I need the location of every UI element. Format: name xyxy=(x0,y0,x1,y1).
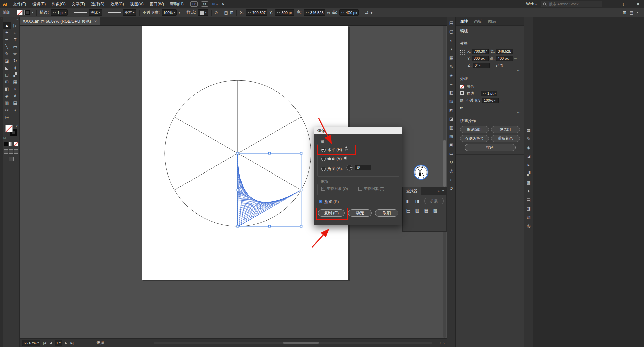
angle-dial-icon[interactable] xyxy=(346,164,353,172)
pencil-tool[interactable]: ✏ xyxy=(11,50,19,57)
free-transform-tool[interactable]: ◻ xyxy=(3,71,11,78)
transform-patterns-checkbox[interactable] xyxy=(358,187,362,191)
tab-properties[interactable]: 属性 xyxy=(460,19,468,24)
shape-mode-icon[interactable]: ◧ xyxy=(405,198,412,204)
scale-tool[interactable]: ◣ xyxy=(3,64,11,71)
dock-panel-icon[interactable]: ▞ xyxy=(527,171,530,176)
brush-dropdown[interactable]: 基本▾ xyxy=(123,9,136,16)
document-layout-icon[interactable]: ▤ xyxy=(630,10,633,15)
dock-panel-icon[interactable]: ▦ xyxy=(449,56,453,60)
minimize-button[interactable]: ─ xyxy=(606,0,616,8)
panel-menu-icon[interactable]: ≡ xyxy=(442,189,444,193)
stock-badge[interactable]: St xyxy=(201,1,208,7)
width-profile-dropdown[interactable]: 等比▾ xyxy=(89,9,102,16)
close-button[interactable]: ✕ xyxy=(633,0,643,8)
stroke-color-swatch[interactable] xyxy=(25,10,30,15)
swatch-chevron-icon[interactable]: ▾ xyxy=(32,11,33,14)
pathfinder-icon[interactable]: ▦ xyxy=(423,207,430,213)
pathfinder-icon[interactable]: ▧ xyxy=(432,207,439,213)
gradient-button[interactable] xyxy=(9,142,13,146)
selection-handle[interactable] xyxy=(300,225,302,227)
dock-panel-icon[interactable]: ◑ xyxy=(450,47,453,52)
style-dropdown[interactable]: ▾ xyxy=(198,9,208,16)
angle-radio[interactable] xyxy=(321,167,326,171)
maximize-button[interactable]: ▢ xyxy=(620,0,629,8)
shear-icon[interactable]: ⇄ xyxy=(365,10,368,15)
line-segment-tool[interactable]: ╲ xyxy=(3,43,11,50)
artboard-tool[interactable]: ▤ xyxy=(11,99,19,107)
dock-panel-icon[interactable]: ▢ xyxy=(449,29,453,34)
lasso-tool[interactable]: ◌ xyxy=(11,29,19,36)
dock-panel-icon[interactable]: ✎ xyxy=(527,137,531,141)
distribute-icon[interactable]: ⊞ xyxy=(230,10,233,15)
x-field[interactable]: 700.307 xyxy=(472,49,489,54)
dock-panel-icon[interactable]: ✦ xyxy=(527,189,531,194)
pathfinder-icon[interactable]: ▤ xyxy=(405,207,412,213)
vertical-scrollbar[interactable] xyxy=(443,26,446,338)
first-artboard-icon[interactable]: |◀ xyxy=(42,341,47,345)
layout-chevron-icon[interactable]: ▾ xyxy=(637,11,638,14)
width-field[interactable]: ▲▼346.528 xyxy=(304,9,325,16)
recolor-artwork-icon[interactable]: ⊙ xyxy=(215,10,218,15)
expand-button[interactable]: 扩展 xyxy=(424,198,444,204)
fill-indicator-swatch[interactable] xyxy=(5,125,13,132)
y-field[interactable]: 800 px xyxy=(472,56,489,61)
eraser-tool[interactable]: ◪ xyxy=(3,57,11,64)
shape-mode-icon[interactable]: ◨ xyxy=(414,198,421,204)
artboard-number-dropdown[interactable]: 1▾ xyxy=(55,340,62,346)
dock-panel-icon[interactable]: ◧ xyxy=(449,90,453,95)
screen-mode-button[interactable] xyxy=(9,157,14,161)
gradient-tool[interactable]: ◧ xyxy=(3,85,11,92)
tab-layers[interactable]: 图层 xyxy=(488,19,496,24)
align-icon[interactable]: ▤ xyxy=(224,10,228,15)
stroke-weight-field[interactable]: ▲▼ 1 pt ▾ xyxy=(51,9,67,16)
workspace-switcher[interactable]: Web ▾ xyxy=(526,2,537,6)
dock-panel-icon[interactable]: ◎ xyxy=(527,224,530,228)
dock-panel-icon[interactable]: ◨ xyxy=(527,206,531,211)
quick-action-button[interactable]: 存储为符号 xyxy=(460,135,489,142)
rotate-tool[interactable]: ↻ xyxy=(11,57,19,64)
horizontal-scrollbar[interactable] xyxy=(154,342,432,344)
dock-collapse-strip[interactable]: ‹ xyxy=(0,17,3,347)
hand-tool[interactable]: ◖ xyxy=(11,107,19,114)
type-tool[interactable]: T xyxy=(11,36,19,43)
quick-action-button[interactable]: 取消编组 xyxy=(460,126,489,133)
angle-radio-label[interactable]: 角度 (A): xyxy=(327,166,343,172)
panel-overflow-icon[interactable]: » xyxy=(437,189,439,193)
dock-panel-icon[interactable]: ▣ xyxy=(449,143,453,147)
previous-artboard-icon[interactable]: ◀ xyxy=(49,341,53,345)
tab-artboards[interactable]: 画板 xyxy=(474,19,482,24)
height-field[interactable]: ▲▼400 px xyxy=(339,9,359,16)
zoom-level-dropdown[interactable]: 66.67%▾ xyxy=(22,340,40,346)
direct-selection-tool[interactable]: ▷ xyxy=(11,22,19,29)
dialog-title-bar[interactable]: 镜像 xyxy=(314,127,402,134)
vertical-scrollbar-thumb[interactable] xyxy=(443,140,446,187)
stroke-swatch[interactable] xyxy=(460,91,464,95)
rectangle-tool[interactable]: ▭ xyxy=(11,43,19,50)
opacity-field[interactable]: 100%▾ xyxy=(482,98,499,103)
angle-value-field[interactable]: 0° xyxy=(355,165,371,170)
pen-tool[interactable]: ✒ xyxy=(3,36,11,43)
selection-handle[interactable] xyxy=(237,152,239,154)
last-artboard-icon[interactable]: ▶| xyxy=(70,341,74,345)
draw-behind-button[interactable] xyxy=(9,149,13,154)
scroll-right-icon[interactable]: › xyxy=(443,341,445,345)
menu-item[interactable]: 对象(O) xyxy=(49,0,68,8)
flip-vertical-icon[interactable]: ⇅ xyxy=(500,63,503,68)
search-input[interactable] xyxy=(548,2,600,6)
transform-objects-checkbox[interactable] xyxy=(321,187,325,191)
stepper-icon[interactable]: ▲▼ xyxy=(52,12,56,13)
opacity-link[interactable]: 不透明度 xyxy=(466,98,481,103)
angle-field[interactable]: 0°▾ xyxy=(473,63,490,68)
horizontal-scrollbar-thumb[interactable] xyxy=(283,342,319,344)
pathfinder-icon[interactable]: ▥ xyxy=(414,207,421,213)
selection-handle[interactable] xyxy=(237,189,239,191)
dock-panel-icon[interactable]: ◈ xyxy=(450,73,453,78)
menu-item[interactable]: 编辑(E) xyxy=(29,0,49,8)
dock-panel-icon[interactable]: ↻ xyxy=(450,160,453,165)
layout-grid-icon[interactable]: ⊞ ▾ xyxy=(212,2,218,6)
paintbrush-tool[interactable]: ✎ xyxy=(3,50,11,57)
dock-panel-icon[interactable]: ▨ xyxy=(449,99,453,104)
mesh-tool[interactable]: ▦ xyxy=(11,78,19,85)
color-button[interactable] xyxy=(4,142,8,146)
